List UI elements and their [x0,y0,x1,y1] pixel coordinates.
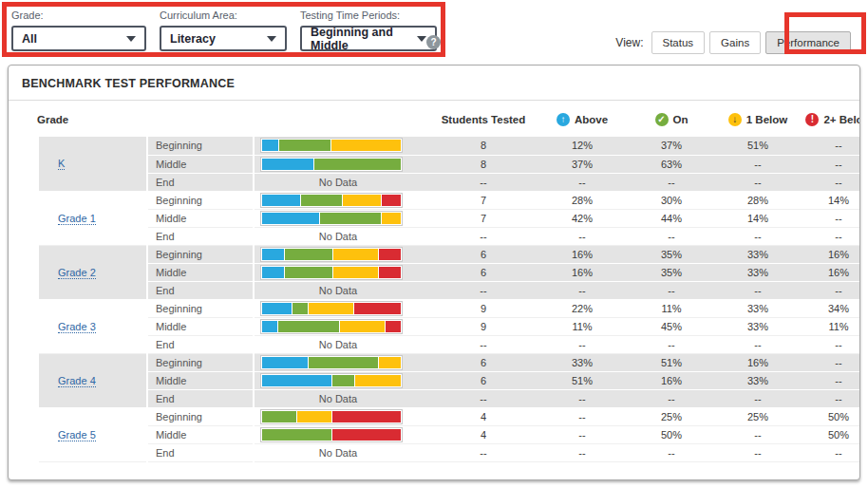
view-status-button[interactable]: Status [651,31,706,54]
table-row: KBeginning812%37%51%-- [24,137,860,155]
table-row: Middle4--50%--50% [24,425,860,443]
above-value: 16% [537,263,628,281]
stacked-bar [260,138,403,153]
students-tested-header: Students Tested [430,103,537,137]
below2-value: -- [801,281,860,299]
bar-segment-below2 [382,195,401,206]
above-value: 51% [537,371,628,389]
above-value: 33% [537,353,628,371]
bar-segment-above [262,159,313,170]
bar-segment-on [332,375,354,386]
one-below-header: ↓1 Below [715,103,801,137]
on-value: 37% [628,137,715,155]
grade-select-value: All [22,32,37,46]
grade-link[interactable]: Grade 2 [58,267,96,279]
benchmark-table: Grade Students Tested ↑Above ✓On ↓1 Belo… [9,103,860,462]
students-tested-value: 6 [430,353,537,371]
on-value: -- [628,227,715,245]
above-value: -- [537,173,628,191]
bar-column-header [254,103,430,137]
bar-segment-on [285,267,332,278]
grade-cell: K [24,137,147,191]
stacked-bar [260,355,403,370]
bar-segment-below1 [355,375,401,386]
testing-period-select[interactable]: Beginning and Middle [300,26,437,51]
grade-link[interactable]: Grade 3 [58,321,96,333]
grade-link[interactable]: Grade 5 [58,429,96,441]
below1-value: 14% [715,209,801,227]
students-tested-value: 6 [430,371,537,389]
performance-bar-cell [254,317,430,335]
above-header: ↑Above [537,103,628,137]
performance-bar-cell [254,353,430,371]
table-header-row: Grade Students Tested ↑Above ✓On ↓1 Belo… [24,103,860,137]
period-label: End [147,281,254,299]
bar-segment-on [309,357,378,368]
table-row: EndNo Data---------- [24,227,860,245]
bar-segment-below1 [333,249,378,260]
grade-cell: Grade 2 [24,245,147,299]
stacked-bar [260,211,403,226]
bar-segment-below1 [340,321,385,332]
on-value: 30% [628,191,715,209]
testing-period-filter: Testing Time Periods: Beginning and Midd… [300,9,437,51]
one-below-down-arrow-icon: ↓ [728,113,742,126]
period-label: Middle [147,425,254,443]
below1-value: 33% [715,371,801,389]
bar-segment-on [292,303,308,314]
students-tested-value: 4 [430,407,537,425]
bar-segment-above [262,140,278,151]
students-tested-value: 8 [430,155,537,173]
below2-value: -- [801,137,860,155]
on-value: -- [628,443,715,461]
above-value: -- [537,227,628,245]
table-row: Middle616%35%33%16% [24,263,860,281]
below1-value: -- [715,281,801,299]
below1-value: -- [715,227,801,245]
below2-value: -- [801,335,860,353]
no-data-label: No Data [255,231,422,242]
table-row: EndNo Data---------- [24,335,860,353]
performance-bar-cell [254,371,430,389]
curriculum-select[interactable]: Literacy [160,26,287,51]
grade-select[interactable]: All [11,26,146,51]
below1-value: -- [715,425,801,443]
grade-link[interactable]: K [58,158,65,170]
on-value: 35% [628,263,715,281]
performance-bar-cell [254,155,430,173]
bar-segment-on [279,140,330,151]
table-row: EndNo Data---------- [24,173,860,191]
bar-segment-below2 [379,267,401,278]
period-label: Middle [147,317,254,335]
view-gains-button[interactable]: Gains [709,31,761,54]
bar-segment-above [262,249,284,260]
below1-value: -- [715,389,801,407]
grade-cell: Grade 5 [24,407,147,461]
above-value: 11% [537,317,628,335]
below1-value: 33% [715,245,801,263]
students-tested-value: 9 [430,317,537,335]
table-row: EndNo Data---------- [24,443,860,461]
curriculum-filter-label: Curriculum Area: [160,9,287,21]
grade-link[interactable]: Grade 1 [58,213,96,225]
period-label: Beginning [147,137,254,155]
performance-bar-cell [254,209,430,227]
grade-cell: Grade 3 [24,299,147,353]
bar-segment-on [320,213,380,224]
view-toggle: View: Status Gains Performance [615,31,851,54]
bar-segment-below1 [343,195,381,206]
stacked-bar [260,427,403,442]
performance-bar-cell [254,425,430,443]
students-tested-value: 9 [430,299,537,317]
bar-segment-on [262,411,296,422]
below2-value: 14% [801,191,860,209]
grade-link[interactable]: Grade 4 [58,375,96,387]
grade-cell: Grade 4 [24,353,147,407]
bar-segment-below1 [379,357,401,368]
help-icon[interactable]: ? [426,35,441,49]
view-performance-button[interactable]: Performance [765,31,851,54]
panel-title: BENCHMARK TEST PERFORMANCE [9,66,859,101]
on-check-icon: ✓ [655,113,669,126]
bar-segment-below2 [332,429,402,441]
below2-value: -- [801,155,860,173]
